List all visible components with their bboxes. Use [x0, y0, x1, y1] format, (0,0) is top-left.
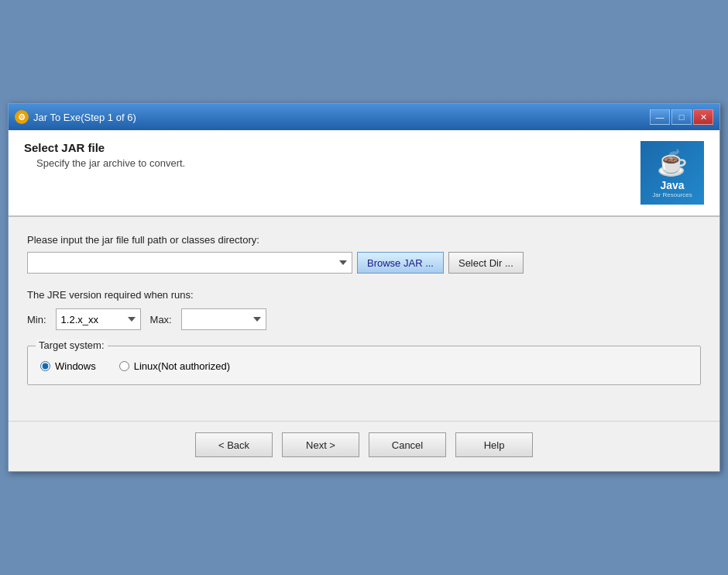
jar-path-group: Please input the jar file full path or c…	[27, 234, 701, 274]
jre-section: The JRE version required when runs: Min:…	[27, 289, 701, 330]
header-text: Select JAR file Specify the jar archive …	[24, 141, 185, 169]
windows-radio-label[interactable]: Windows	[40, 360, 96, 372]
header-section: Select JAR file Specify the jar archive …	[9, 130, 719, 216]
select-dir-button[interactable]: Select Dir ...	[448, 252, 524, 274]
main-window: ⚙ Jar To Exe(Step 1 of 6) — □ ✕ Select J…	[8, 103, 720, 472]
jre-label: The JRE version required when runs:	[27, 289, 701, 301]
window-title: Jar To Exe(Step 1 of 6)	[33, 112, 136, 123]
path-input-row: Browse JAR ... Select Dir ...	[27, 252, 701, 274]
app-icon: ⚙	[15, 110, 29, 124]
help-button[interactable]: Help	[455, 432, 533, 457]
java-logo: ☕ Java Jar Resources	[640, 141, 704, 205]
page-subtitle: Specify the jar archive to convert.	[36, 157, 185, 169]
window-controls: — □ ✕	[650, 109, 713, 125]
target-legend: Target system:	[36, 339, 108, 351]
java-logo-sub: Jar Resources	[652, 191, 692, 198]
content-area: Please input the jar file full path or c…	[9, 217, 719, 421]
footer-buttons: < Back Next > Cancel Help	[9, 421, 719, 471]
cancel-button[interactable]: Cancel	[369, 432, 446, 457]
title-bar: ⚙ Jar To Exe(Step 1 of 6) — □ ✕	[9, 104, 719, 130]
next-button[interactable]: Next >	[282, 432, 359, 457]
target-system-group: Target system: Windows Linux(Not authori…	[27, 346, 701, 385]
linux-label: Linux(Not authorized)	[134, 360, 230, 372]
linux-radio-label[interactable]: Linux(Not authorized)	[119, 360, 230, 372]
path-label: Please input the jar file full path or c…	[27, 234, 701, 246]
windows-label: Windows	[55, 360, 96, 372]
back-button[interactable]: < Back	[195, 432, 273, 457]
windows-radio[interactable]	[40, 361, 50, 371]
browse-jar-button[interactable]: Browse JAR ...	[357, 252, 444, 274]
jre-row: Min: 1.2.x_xx 1.3.x_xx 1.4.x_xx 1.5.x_xx…	[27, 308, 701, 330]
page-title: Select JAR file	[24, 141, 185, 154]
restore-button[interactable]: □	[671, 109, 692, 125]
jre-max-select[interactable]: 1.3.x_xx 1.4.x_xx 1.5.x_xx 1.6.x_xx 1.7.…	[181, 308, 266, 330]
java-cup-icon: ☕	[657, 148, 688, 177]
max-label: Max:	[150, 314, 172, 325]
java-logo-text: Java	[660, 179, 684, 191]
radio-row: Windows Linux(Not authorized)	[40, 360, 688, 372]
jar-path-select[interactable]	[27, 252, 352, 274]
min-label: Min:	[27, 314, 46, 325]
minimize-button[interactable]: —	[650, 109, 670, 125]
title-bar-left: ⚙ Jar To Exe(Step 1 of 6)	[15, 110, 136, 124]
close-button[interactable]: ✕	[693, 109, 713, 125]
linux-radio[interactable]	[119, 361, 129, 371]
jre-min-select[interactable]: 1.2.x_xx 1.3.x_xx 1.4.x_xx 1.5.x_xx 1.6.…	[56, 308, 141, 330]
